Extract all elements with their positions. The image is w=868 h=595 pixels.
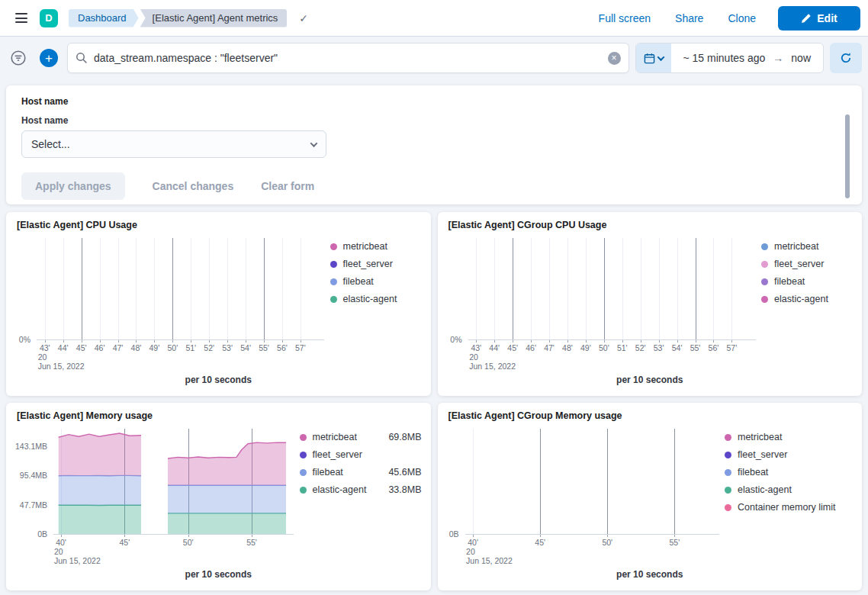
legend: metricbeatfleet_serverfilebeatelastic-ag…	[761, 232, 853, 375]
edit-button-label: Edit	[817, 12, 837, 24]
legend-item[interactable]: metricbeat	[761, 241, 853, 252]
legend-label: metricbeat	[774, 241, 818, 252]
gridline	[227, 238, 228, 339]
apply-changes-button[interactable]: Apply changes	[21, 172, 125, 200]
host-name-select[interactable]: Select...	[21, 130, 326, 158]
gridline	[677, 238, 678, 339]
area-elastic-agent	[59, 505, 141, 534]
full-screen-link[interactable]: Full screen	[599, 12, 651, 24]
legend-item[interactable]: metricbeat	[330, 241, 422, 252]
panel-cgroup-cpu-usage: [Elastic Agent] CGroup CPU Usage 43'44'4…	[438, 212, 863, 396]
gridline	[45, 238, 46, 339]
area-filebeat	[59, 475, 141, 505]
legend-item[interactable]: elastic-agent	[330, 294, 422, 304]
x-axis-title: per 10 seconds	[6, 569, 431, 590]
legend-dot	[300, 434, 307, 441]
legend-label: filebeat	[313, 467, 343, 478]
panel-title[interactable]: [Elastic Agent] CGroup Memory usage	[438, 403, 863, 423]
gridline	[209, 238, 210, 339]
gridline	[301, 238, 301, 339]
gridline	[476, 238, 477, 339]
legend-label: fleet_server	[343, 259, 393, 269]
gridline	[63, 238, 64, 339]
legend-item[interactable]: fleet_server	[725, 449, 853, 460]
legend-item[interactable]: fleet_server	[330, 259, 422, 269]
pencil-icon	[801, 13, 812, 24]
scrollbar-thumb[interactable]	[845, 114, 850, 198]
legend-item[interactable]: elastic-agent	[725, 484, 853, 495]
x-tick-label: 57'	[719, 343, 744, 352]
time-to[interactable]: now	[791, 52, 811, 64]
memory-usage-chart[interactable]: 40'45'50'55'143.1MB95.4MB47.7MB0B20Jun 1…	[11, 423, 300, 569]
cgroup-memory-usage-chart[interactable]: 40'45'50'55'0B20Jun 15, 2022	[442, 423, 725, 569]
gridline	[246, 238, 246, 339]
gridline	[513, 238, 513, 339]
saved-check-icon: ✓	[299, 12, 308, 24]
arrow-right-icon: →	[773, 52, 783, 64]
legend-value: 69.8MB	[378, 432, 421, 442]
legend-item[interactable]: filebeat45.6MB	[300, 467, 422, 478]
clear-form-button[interactable]: Clear form	[261, 180, 314, 192]
legend-label: fleet_server	[774, 259, 824, 269]
legend-label: elastic-agent	[774, 294, 828, 304]
legend-item[interactable]: metricbeat	[725, 432, 853, 442]
legend: metricbeat69.8MBfleet_serverfilebeat45.6…	[300, 423, 422, 569]
time-from[interactable]: ~ 15 minutes ago	[683, 52, 766, 64]
panel-title[interactable]: [Elastic Agent] CGroup CPU Usage	[438, 212, 863, 232]
legend-item[interactable]: fleet_server	[761, 259, 853, 269]
filter-menu-icon	[10, 50, 27, 66]
cpu-usage-chart[interactable]: 43'44'45'46'47'48'49'50'51'52'53'54'55'5…	[11, 232, 330, 375]
space-avatar[interactable]: D	[40, 9, 58, 27]
panel-title[interactable]: [Elastic Agent] CPU Usage	[6, 212, 431, 232]
x-axis-date: 20	[469, 352, 478, 362]
gridline	[713, 238, 714, 339]
gridline	[100, 238, 101, 339]
y-tick-label: 0B	[442, 529, 459, 539]
breadcrumb: Dashboard [Elastic Agent] Agent metrics	[69, 9, 287, 27]
clear-query-button[interactable]: ×	[608, 52, 621, 65]
clone-link[interactable]: Clone	[728, 12, 756, 24]
cgroup-cpu-usage-chart[interactable]: 43'44'45'46'47'48'49'50'51'52'53'54'55'5…	[442, 232, 762, 375]
add-filter-button[interactable]: +	[37, 43, 61, 73]
host-name-label: Host name	[21, 115, 847, 126]
share-link[interactable]: Share	[675, 12, 703, 24]
search-icon	[76, 52, 88, 64]
dashboard-grid: [Elastic Agent] CPU Usage 43'44'45'46'47…	[0, 204, 868, 590]
legend-item[interactable]: elastic-agent33.8MB	[300, 484, 422, 495]
legend-item[interactable]: metricbeat69.8MB	[300, 432, 422, 442]
gridline	[191, 238, 191, 339]
query-bar: + × ~ 15 minutes ago → now	[0, 37, 868, 79]
gridline	[586, 238, 587, 339]
query-input-box: ×	[67, 43, 629, 73]
legend-dot	[330, 278, 337, 285]
area-metricbeat	[59, 433, 141, 476]
cancel-changes-button[interactable]: Cancel changes	[153, 180, 234, 192]
legend-item[interactable]: filebeat	[330, 276, 422, 287]
time-range-display[interactable]: ~ 15 minutes ago → now	[671, 43, 823, 72]
date-picker-button[interactable]	[636, 43, 671, 72]
edit-button[interactable]: Edit	[778, 6, 860, 31]
gridline	[118, 238, 119, 339]
legend-item[interactable]: elastic-agent	[761, 294, 853, 304]
filter-menu-button[interactable]	[6, 43, 31, 73]
host-name-select-value: Select...	[31, 138, 70, 150]
panel-memory-usage: [Elastic Agent] Memory usage 40'45'50'55…	[6, 403, 431, 590]
refresh-button[interactable]	[830, 43, 862, 73]
area-series-layer	[11, 423, 300, 569]
x-tick-label: 55'	[662, 538, 686, 547]
panel-title[interactable]: [Elastic Agent] Memory usage	[6, 403, 431, 423]
legend-item[interactable]: filebeat	[761, 276, 853, 287]
gridline	[549, 238, 550, 339]
breadcrumb-dashboard[interactable]: Dashboard	[69, 9, 139, 27]
gridline	[731, 238, 732, 339]
menu-button[interactable]	[11, 8, 32, 29]
x-tick-label: 50'	[595, 538, 619, 547]
legend-label: filebeat	[738, 467, 768, 478]
query-input[interactable]	[94, 52, 602, 64]
gridline	[567, 238, 568, 339]
legend-item[interactable]: Container memory limit	[725, 502, 853, 513]
legend-item[interactable]: fleet_server	[300, 449, 422, 460]
legend-item[interactable]: filebeat	[725, 467, 853, 478]
calendar-icon	[644, 53, 655, 64]
gridline	[604, 238, 605, 339]
